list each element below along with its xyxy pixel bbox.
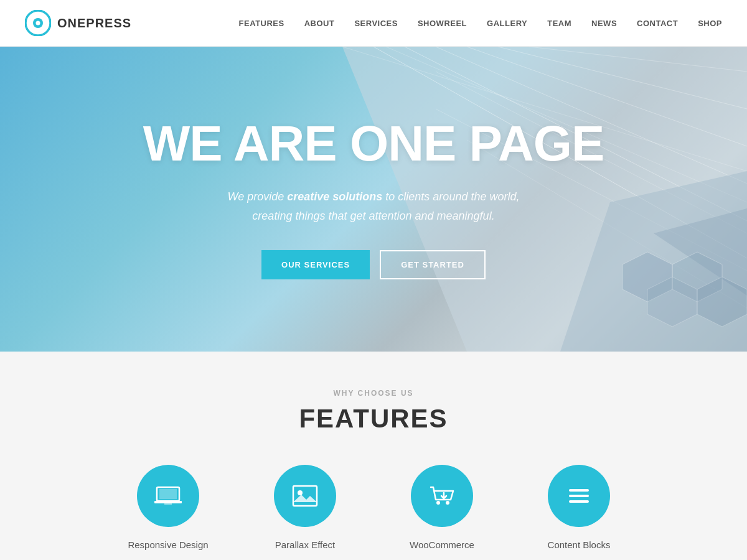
hero-subtitle: We provide creative solutions to clients… — [218, 187, 529, 225]
features-title: FEATURES — [25, 404, 722, 434]
svg-rect-33 — [569, 495, 589, 497]
nav-showreel[interactable]: SHOWREEL — [418, 19, 467, 28]
parallax-label: Parallax Effect — [275, 539, 335, 550]
svg-point-29 — [436, 501, 440, 505]
parallax-icon-circle — [274, 465, 336, 527]
main-nav: FEATURES ABOUT SERVICES SHOWREEL GALLERY… — [239, 19, 722, 28]
woocommerce-icon-circle — [411, 465, 473, 527]
features-section: WHY CHOOSE US FEATURES Responsive Design — [0, 352, 747, 560]
feature-woocommerce: WooCommerce — [392, 465, 492, 550]
cart-icon — [427, 481, 457, 511]
svg-point-2 — [36, 21, 40, 26]
svg-marker-27 — [293, 495, 317, 502]
menu-icon — [564, 481, 594, 511]
hero-section: WE ARE ONE PAGE We provide creative solu… — [0, 47, 747, 352]
logo[interactable]: ONEPRESS — [25, 10, 131, 36]
responsive-icon-circle — [137, 465, 199, 527]
svg-point-26 — [298, 490, 303, 495]
site-header: ONEPRESS FEATURES ABOUT SERVICES SHOWREE… — [0, 0, 747, 47]
nav-features[interactable]: FEATURES — [239, 19, 284, 28]
content-blocks-icon-circle — [548, 465, 610, 527]
svg-rect-23 — [154, 501, 182, 503]
nav-contact[interactable]: CONTACT — [637, 19, 678, 28]
nav-shop[interactable]: SHOP — [698, 19, 722, 28]
nav-team[interactable]: TEAM — [547, 19, 571, 28]
logo-text: ONEPRESS — [57, 16, 131, 30]
image-icon — [290, 481, 320, 511]
svg-rect-24 — [164, 503, 172, 505]
features-grid: Responsive Design Parallax Effect — [25, 465, 722, 550]
our-services-button[interactable]: OUR SERVICES — [261, 250, 370, 279]
feature-content-blocks: Content Blocks — [529, 465, 629, 550]
hero-title: WE ARE ONE PAGE — [143, 119, 604, 169]
svg-rect-32 — [569, 489, 589, 492]
feature-responsive: Responsive Design — [118, 465, 218, 550]
get-started-button[interactable]: GET STARTED — [380, 250, 486, 279]
hero-content: WE ARE ONE PAGE We provide creative solu… — [131, 119, 617, 279]
svg-point-30 — [446, 501, 449, 505]
feature-parallax: Parallax Effect — [255, 465, 355, 550]
nav-gallery[interactable]: GALLERY — [487, 19, 527, 28]
laptop-icon — [153, 481, 183, 511]
nav-news[interactable]: NEWS — [591, 19, 617, 28]
content-blocks-label: Content Blocks — [548, 539, 611, 550]
svg-rect-22 — [159, 489, 177, 499]
features-label: WHY CHOOSE US — [25, 389, 722, 398]
svg-rect-25 — [293, 486, 317, 506]
responsive-label: Responsive Design — [128, 539, 208, 550]
nav-about[interactable]: ABOUT — [304, 19, 335, 28]
logo-icon — [25, 10, 51, 36]
hero-buttons: OUR SERVICES GET STARTED — [143, 250, 604, 279]
nav-services[interactable]: SERVICES — [354, 19, 398, 28]
svg-rect-34 — [569, 500, 589, 503]
woocommerce-label: WooCommerce — [410, 539, 474, 550]
